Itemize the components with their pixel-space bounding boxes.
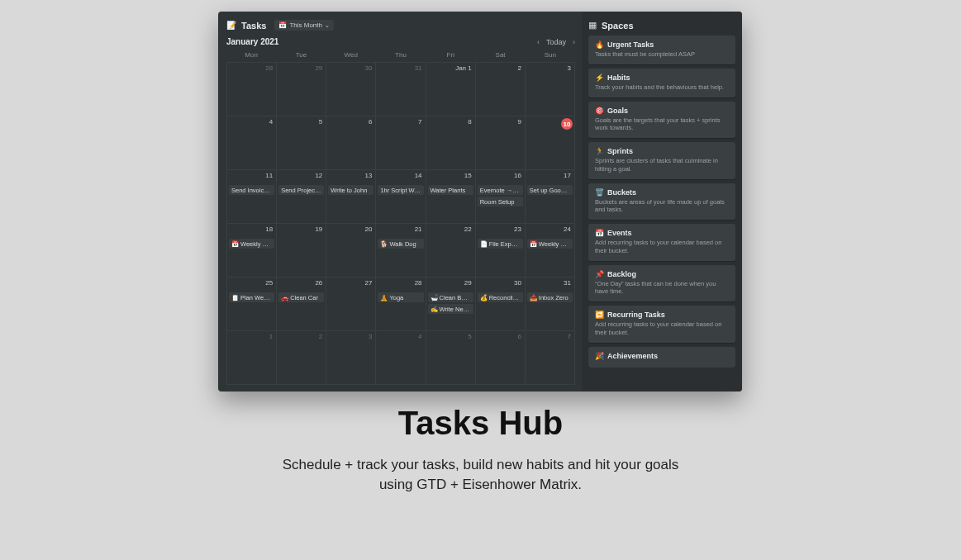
calendar-task[interactable]: 📄File Expen…: [478, 239, 523, 249]
calendar-cell[interactable]: 28🧘Yoga: [376, 278, 426, 331]
calendar-cell[interactable]: 29: [277, 63, 326, 116]
calendar-cell[interactable]: 25📋Plan Week…: [227, 278, 277, 331]
calendar-cell[interactable]: 16Evernote → N…Room Setup: [476, 170, 526, 224]
space-card-desc: Buckets are areas of your life made up o…: [595, 198, 729, 215]
calendar-cell[interactable]: 5: [426, 331, 476, 385]
tasks-tab-title[interactable]: Tasks: [241, 21, 266, 31]
calendar-task[interactable]: Write to John: [328, 185, 373, 195]
calendar-cell[interactable]: 6: [476, 331, 526, 385]
task-icon: 📋: [231, 294, 239, 301]
calendar-task[interactable]: 💰Reconcile …: [478, 292, 523, 302]
calendar-task[interactable]: 1hr Script Wri…: [378, 185, 423, 195]
day-number: 16: [514, 172, 521, 179]
calendar-task[interactable]: Set up Googl…: [527, 185, 573, 195]
day-number: 31: [415, 64, 422, 72]
calendar-cell[interactable]: 19: [277, 224, 326, 278]
task-label: Evernote → N…: [480, 187, 523, 194]
calendar-task[interactable]: 🛁Clean Bath…: [428, 292, 473, 302]
calendar-cell[interactable]: 5: [277, 116, 326, 170]
calendar-cell[interactable]: 13Write to John: [326, 170, 376, 224]
day-number: 4: [269, 118, 273, 126]
calendar-icon: 📅: [278, 21, 287, 29]
space-card[interactable]: 📌Backlog“One Day” tasks that can be done…: [588, 265, 735, 302]
space-card[interactable]: 🔁Recurring TasksAdd recurring tasks to y…: [588, 306, 735, 343]
calendar-cell[interactable]: 4: [227, 116, 277, 170]
weekday-label: Thu: [376, 51, 426, 59]
calendar-cell[interactable]: 24📅Weekly Re…: [526, 224, 575, 278]
calendar-task[interactable]: 📅Weekly Ca…: [229, 239, 274, 249]
calendar-cell[interactable]: 17Set up Googl…: [526, 170, 575, 224]
calendar-cell[interactable]: 11Send Invoice …: [227, 170, 277, 224]
calendar-task[interactable]: 🐕Walk Dog: [378, 239, 423, 249]
calendar-task[interactable]: 🧘Yoga: [378, 292, 423, 302]
calendar-cell[interactable]: 30💰Reconcile …: [476, 278, 526, 331]
calendar-cell[interactable]: 15Water Plants: [426, 170, 476, 224]
calendar-task[interactable]: 📥Inbox Zero: [527, 292, 573, 302]
task-label: Weekly Ca…: [240, 240, 274, 248]
calendar-cell[interactable]: 6: [326, 116, 376, 170]
space-card-icon: 🗑️: [595, 188, 604, 197]
calendar-cell[interactable]: 12Send Project …: [277, 170, 326, 224]
day-number: 13: [365, 172, 373, 179]
day-number: 27: [365, 279, 373, 287]
calendar-task[interactable]: Evernote → N…: [478, 185, 523, 195]
calendar-cell[interactable]: 29🛁Clean Bath…✍️Write New…: [426, 278, 476, 331]
calendar-cell[interactable]: 23📄File Expen…: [476, 224, 526, 278]
calendar-task[interactable]: Water Plants: [428, 185, 473, 195]
calendar-cell[interactable]: 4: [376, 331, 426, 385]
space-card[interactable]: ⚡HabitsTrack your habits and the behavio…: [588, 69, 735, 97]
calendar-cell[interactable]: 3: [326, 331, 376, 385]
calendar-cell[interactable]: 10: [526, 116, 575, 170]
task-label: Water Plants: [431, 187, 466, 194]
calendar-task[interactable]: 📅Weekly Re…: [527, 239, 573, 249]
calendar-task[interactable]: Room Setup: [478, 197, 523, 206]
calendar-cell[interactable]: 1: [227, 331, 277, 385]
day-number: 29: [464, 279, 472, 287]
task-label: Inbox Zero: [539, 294, 569, 301]
next-month-button[interactable]: ›: [573, 38, 575, 46]
space-card[interactable]: 🗑️BucketsBuckets are areas of your life …: [588, 183, 735, 221]
prev-month-button[interactable]: ‹: [537, 38, 540, 46]
task-icon: 📄: [480, 240, 488, 248]
calendar-cell[interactable]: 21🐕Walk Dog: [376, 224, 426, 278]
space-card[interactable]: 🏃SprintsSprints are clusters of tasks th…: [588, 142, 735, 179]
calendar-cell[interactable]: 30: [326, 63, 376, 116]
calendar-cell[interactable]: 22: [426, 224, 476, 278]
space-card[interactable]: 🎉Achievements: [588, 347, 735, 368]
calendar-cell[interactable]: 7: [376, 116, 426, 170]
calendar-task[interactable]: 🚗Clean Car: [278, 292, 324, 302]
calendar-cell[interactable]: 27: [326, 278, 376, 331]
task-label: Write New…: [440, 306, 473, 313]
calendar-cell[interactable]: 141hr Script Wri…: [376, 170, 426, 224]
space-card[interactable]: 🎯GoalsGoals are the targets that your ta…: [588, 102, 735, 139]
space-card[interactable]: 🔥Urgent TasksTasks that must be complete…: [588, 36, 735, 64]
calendar-cell[interactable]: 2: [277, 331, 326, 385]
today-button[interactable]: Today: [546, 38, 566, 46]
calendar-cell[interactable]: 20: [326, 224, 376, 278]
calendar-cell[interactable]: 18📅Weekly Ca…: [227, 224, 277, 278]
calendar-task[interactable]: Send Project …: [278, 185, 324, 195]
calendar-cell[interactable]: 31: [376, 63, 426, 116]
space-card[interactable]: 📅EventsAdd recurring tasks to your calen…: [588, 224, 735, 261]
day-number: 20: [365, 225, 373, 233]
calendar-cell[interactable]: 2: [476, 63, 526, 116]
space-card-title: Sprints: [607, 147, 633, 155]
space-card-desc: “One Day” tasks that can be done when yo…: [595, 280, 729, 297]
calendar-cell[interactable]: 8: [426, 116, 476, 170]
calendar-cell[interactable]: 26🚗Clean Car: [277, 278, 326, 331]
space-card-icon: 🎯: [595, 107, 604, 115]
calendar-cell[interactable]: 31📥Inbox Zero: [526, 278, 575, 331]
calendar-task[interactable]: Send Invoice …: [229, 185, 274, 195]
chevron-down-icon: ⌄: [325, 22, 330, 29]
space-card-title: Habits: [607, 74, 630, 82]
calendar-cell[interactable]: 7: [526, 331, 575, 385]
calendar-cell[interactable]: Jan 1: [426, 63, 476, 116]
calendar-cell[interactable]: 28: [227, 63, 277, 116]
calendar-task[interactable]: ✍️Write New…: [428, 304, 473, 314]
calendar-task[interactable]: 📋Plan Week…: [229, 292, 274, 302]
view-filter-chip[interactable]: 📅 This Month ⌄: [274, 20, 334, 31]
calendar-cell[interactable]: 3: [526, 63, 575, 116]
calendar-cell[interactable]: 9: [476, 116, 526, 170]
day-number: 6: [369, 118, 372, 126]
task-icon: 🐕: [380, 240, 388, 248]
